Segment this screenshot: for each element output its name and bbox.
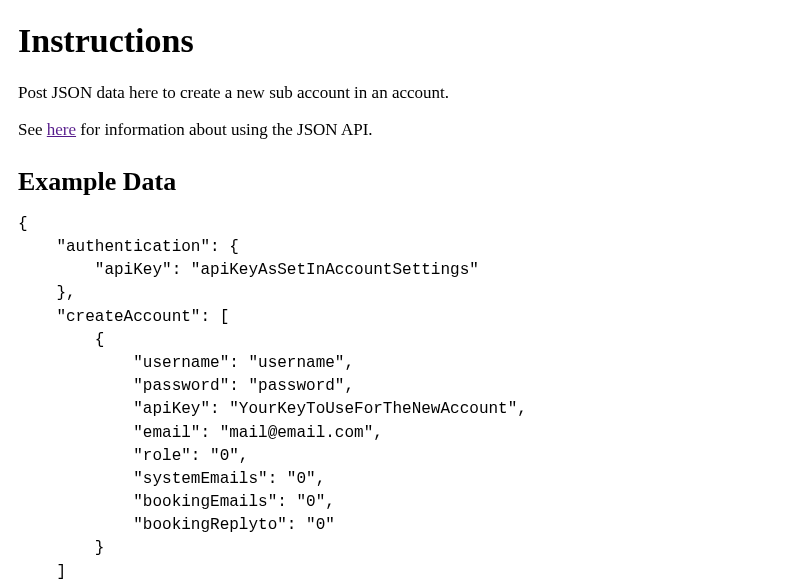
intro-line2-post: for information about using the JSON API…	[76, 120, 373, 139]
intro-paragraph-1: Post JSON data here to create a new sub …	[18, 82, 782, 105]
intro-paragraph-2: See here for information about using the…	[18, 119, 782, 142]
intro-line2-pre: See	[18, 120, 47, 139]
example-json-code: { "authentication": { "apiKey": "apiKeyA…	[18, 213, 782, 587]
instructions-heading: Instructions	[18, 18, 782, 64]
example-data-heading: Example Data	[18, 164, 782, 199]
api-info-link[interactable]: here	[47, 120, 76, 139]
